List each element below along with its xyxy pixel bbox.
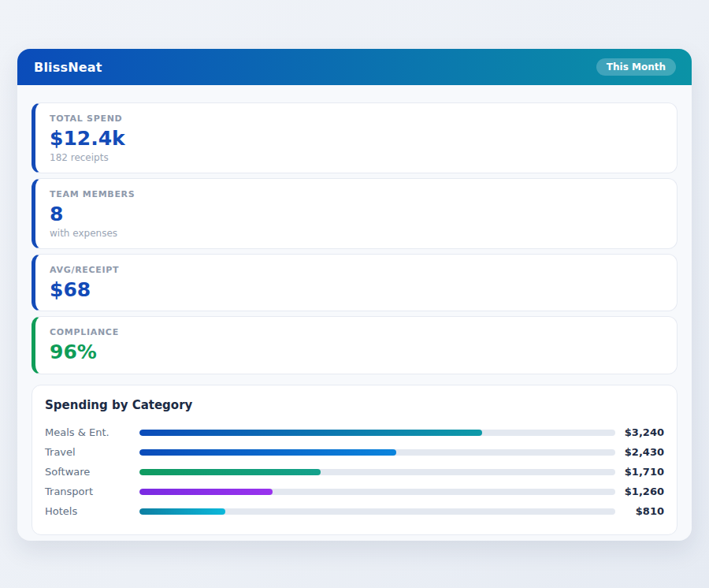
stat-card-compliance: COMPLIANCE 96% — [32, 316, 677, 374]
stat-label: TOTAL SPEND — [50, 114, 663, 124]
bar-track — [139, 449, 615, 456]
category-value: $1,260 — [615, 486, 664, 497]
category-label: Software — [45, 466, 139, 478]
bar-fill-transport — [139, 489, 273, 495]
stat-subtext: with expenses — [50, 228, 663, 239]
category-value: $3,240 — [615, 426, 664, 438]
category-row-transport: Transport $1,260 — [45, 482, 664, 501]
stat-value: $68 — [50, 279, 663, 302]
category-row-meals: Meals & Ent. $3,240 — [45, 422, 664, 442]
dashboard-card: BlissNeat This Month TOTAL SPEND $12.4k … — [17, 49, 692, 541]
category-value: $1,710 — [615, 466, 664, 478]
category-row-software: Software $1,710 — [45, 462, 664, 482]
bar-fill-hotels — [139, 508, 225, 515]
stat-value: $12.4k — [50, 128, 663, 151]
bar-fill-travel — [139, 449, 396, 456]
stat-card-avg-receipt: AVG/RECEIPT $68 — [32, 254, 677, 312]
bar-track — [139, 430, 615, 436]
category-value: $2,430 — [615, 446, 664, 458]
category-value: $810 — [615, 505, 664, 517]
category-label: Transport — [45, 486, 139, 497]
bar-fill-software — [139, 469, 321, 475]
stat-value: 96% — [50, 341, 663, 364]
app-title: BlissNeat — [34, 60, 102, 75]
stat-value: 8 — [50, 203, 663, 226]
stat-label: AVG/RECEIPT — [50, 265, 663, 275]
bar-track — [139, 508, 615, 515]
panel-title: Spending by Category — [45, 398, 664, 412]
stat-card-total-spend: TOTAL SPEND $12.4k 182 receipts — [32, 102, 677, 173]
category-row-hotels: Hotels $810 — [45, 501, 664, 521]
stat-label: COMPLIANCE — [50, 327, 663, 337]
category-label: Travel — [45, 446, 139, 458]
stat-subtext: 182 receipts — [50, 152, 663, 163]
category-row-travel: Travel $2,430 — [45, 442, 664, 462]
bar-track — [139, 489, 615, 495]
bar-fill-meals — [139, 430, 482, 436]
app-header: BlissNeat This Month — [17, 49, 692, 85]
period-badge[interactable]: This Month — [596, 58, 676, 76]
content-area: TOTAL SPEND $12.4k 182 receipts TEAM MEM… — [17, 85, 692, 541]
spending-by-category-panel: Spending by Category Meals & Ent. $3,240… — [32, 385, 677, 535]
stat-label: TEAM MEMBERS — [50, 189, 663, 199]
category-label: Meals & Ent. — [45, 426, 139, 438]
stat-card-team-members: TEAM MEMBERS 8 with expenses — [32, 178, 677, 249]
category-label: Hotels — [45, 505, 139, 517]
bar-track — [139, 469, 615, 475]
